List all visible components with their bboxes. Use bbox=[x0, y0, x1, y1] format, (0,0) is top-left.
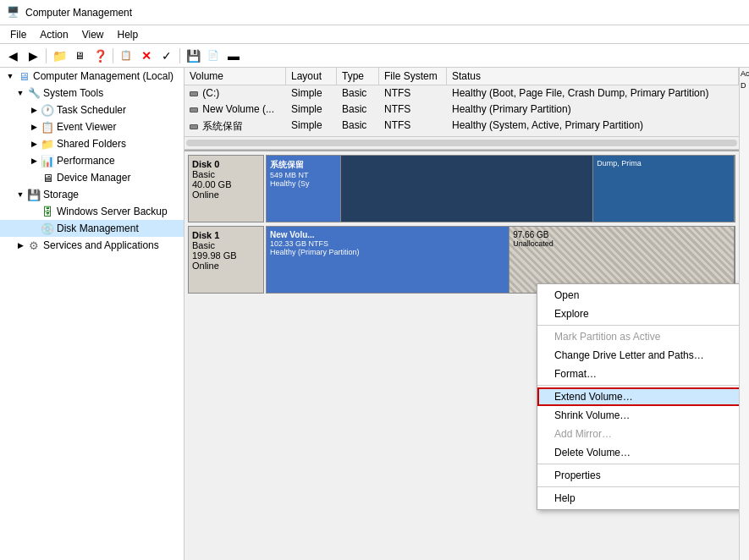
expand-system-tools[interactable]: ▼ bbox=[14, 86, 27, 100]
sidebar-item-services-label: Services and Applications bbox=[43, 239, 159, 251]
sidebar-item-system-tools-label: System Tools bbox=[43, 87, 103, 99]
disk-icon: 💿 bbox=[41, 222, 54, 235]
folder-icon: 📁 bbox=[41, 137, 54, 151]
tree-root-label: Computer Management (Local) bbox=[33, 70, 173, 82]
cell-fs-1: NTFS bbox=[379, 102, 447, 117]
table-body: (C:) Simple Basic NTFS Healthy (Boot, Pa… bbox=[184, 85, 739, 136]
col-volume[interactable]: Volume bbox=[184, 68, 286, 85]
menu-view[interactable]: View bbox=[75, 27, 111, 42]
expand-event[interactable]: ▶ bbox=[27, 120, 41, 134]
folder-button[interactable]: 📁 bbox=[50, 47, 69, 65]
expand-services[interactable]: ▶ bbox=[14, 239, 27, 252]
sidebar-item-backup-label: Windows Server Backup bbox=[57, 206, 168, 217]
sidebar-item-shared-folders[interactable]: ▶ 📁 Shared Folders bbox=[0, 135, 184, 152]
disk-1-name: Disk 1 bbox=[192, 230, 260, 240]
cell-fs-2: NTFS bbox=[379, 118, 447, 135]
sidebar-item-backup[interactable]: ▶ 🗄 Windows Server Backup bbox=[0, 203, 184, 220]
part-label-unalloc: 97.66 GB bbox=[513, 230, 730, 239]
sidebar-item-disk-label: Disk Management bbox=[57, 222, 139, 234]
menu-action[interactable]: Action bbox=[33, 27, 74, 42]
sidebar-item-system-tools[interactable]: ▼ 🔧 System Tools bbox=[0, 85, 184, 102]
drive-icon bbox=[190, 107, 198, 113]
col-layout[interactable]: Layout bbox=[286, 68, 337, 85]
ctx-explore[interactable]: Explore bbox=[537, 305, 739, 323]
disk-0-info: Disk 0 Basic 40.00 GB Online bbox=[188, 155, 264, 222]
cell-type-0: Basic bbox=[337, 85, 379, 101]
app-icon: 🖥️ bbox=[7, 6, 20, 19]
expand-perf[interactable]: ▶ bbox=[27, 154, 41, 167]
disk-row-0: Disk 0 Basic 40.00 GB Online 系统保留 549 MB… bbox=[188, 155, 735, 222]
sidebar-item-device-label: Device Manager bbox=[57, 172, 130, 184]
sidebar-item-services[interactable]: ▶ ⚙ Services and Applications bbox=[0, 237, 184, 254]
check-button[interactable]: ✓ bbox=[157, 47, 176, 65]
sidebar-item-performance[interactable]: ▶ 📊 Performance bbox=[0, 152, 184, 169]
expand-task[interactable]: ▶ bbox=[27, 103, 41, 117]
toolbar: ◀ ▶ 📁 🖥 ❓ 📋 ✕ ✓ 💾 📄 ▬ bbox=[0, 44, 749, 68]
part-label-2: Dump, Prima bbox=[597, 159, 730, 167]
disk-0-part-1[interactable] bbox=[341, 156, 593, 222]
help-button[interactable]: ❓ bbox=[91, 47, 109, 65]
tree-root[interactable]: ▼ 🖥 Computer Management (Local) bbox=[0, 68, 184, 85]
cell-status-1: Healthy (Primary Partition) bbox=[447, 102, 739, 117]
menu-file[interactable]: File bbox=[3, 27, 33, 42]
h-scrollbar[interactable] bbox=[184, 136, 739, 150]
storage-icon: 💾 bbox=[27, 188, 41, 201]
ctx-change-letter[interactable]: Change Drive Letter and Paths… bbox=[537, 346, 739, 365]
col-status[interactable]: Status bbox=[447, 68, 739, 85]
backup-icon: 🗄 bbox=[41, 205, 54, 218]
sidebar-item-shared-label: Shared Folders bbox=[57, 138, 126, 150]
sidebar-item-storage-label: Storage bbox=[43, 189, 79, 200]
device-icon: 🖥 bbox=[41, 171, 54, 184]
disk-0-part-0[interactable]: 系统保留 549 MB NT Healthy (Sy bbox=[267, 156, 341, 222]
expand-root[interactable]: ▼ bbox=[3, 69, 17, 83]
ctx-properties[interactable]: Properties bbox=[537, 466, 739, 485]
ctx-sep-3 bbox=[537, 464, 739, 464]
ctx-mark-active: Mark Partition as Active bbox=[537, 327, 739, 346]
main-layout: ▼ 🖥 Computer Management (Local) ▼ 🔧 Syst… bbox=[0, 68, 749, 560]
minimize-button[interactable]: ▬ bbox=[224, 47, 243, 65]
doc-button[interactable]: 📄 bbox=[204, 47, 223, 65]
disk-0-part-2[interactable]: Dump, Prima bbox=[593, 156, 735, 222]
table-row[interactable]: New Volume (... Simple Basic NTFS Health… bbox=[184, 102, 739, 118]
menu-help[interactable]: Help bbox=[111, 27, 146, 42]
delete-button[interactable]: ✕ bbox=[137, 47, 156, 65]
sidebar-item-event-label: Event Viewer bbox=[57, 121, 116, 133]
sidebar-item-device-manager[interactable]: ▶ 🖥 Device Manager bbox=[0, 169, 184, 186]
system-tools-icon: 🔧 bbox=[27, 86, 41, 100]
forward-button[interactable]: ▶ bbox=[24, 47, 42, 65]
table-row[interactable]: (C:) Simple Basic NTFS Healthy (Boot, Pa… bbox=[184, 85, 739, 102]
cell-layout-0: Simple bbox=[286, 85, 337, 101]
sidebar-item-task-scheduler[interactable]: ▶ 🕐 Task Scheduler bbox=[0, 102, 184, 118]
ctx-extend-volume[interactable]: Extend Volume… bbox=[537, 387, 739, 406]
table-row[interactable]: 系统保留 Simple Basic NTFS Healthy (System, … bbox=[184, 118, 739, 136]
menu-bar: File Action View Help bbox=[0, 25, 749, 44]
ctx-shrink-volume[interactable]: Shrink Volume… bbox=[537, 406, 739, 425]
ctx-help[interactable]: Help bbox=[537, 489, 739, 508]
cell-status-2: Healthy (System, Active, Primary Partiti… bbox=[447, 118, 739, 135]
cell-status-0: Healthy (Boot, Page File, Crash Dump, Pr… bbox=[447, 85, 739, 101]
expand-shared[interactable]: ▶ bbox=[27, 137, 41, 151]
sidebar-item-storage[interactable]: ▼ 💾 Storage bbox=[0, 186, 184, 203]
part-sub: 549 MB NT bbox=[270, 171, 337, 179]
ctx-format[interactable]: Format… bbox=[537, 365, 739, 383]
action-panel: Ac D bbox=[739, 68, 749, 560]
title-bar: 🖥️ Computer Management bbox=[0, 0, 749, 25]
cell-type-2: Basic bbox=[337, 118, 379, 135]
disk-0-type: Basic bbox=[192, 169, 260, 179]
col-filesystem[interactable]: File System bbox=[379, 68, 447, 85]
disk-1-part-0[interactable]: New Volu... 102.33 GB NTFS Healthy (Prim… bbox=[267, 227, 509, 293]
ctx-open[interactable]: Open bbox=[537, 286, 739, 305]
col-type[interactable]: Type bbox=[337, 68, 379, 85]
ctx-delete-volume[interactable]: Delete Volume… bbox=[537, 443, 739, 462]
save-button[interactable]: 💾 bbox=[184, 47, 202, 65]
sidebar-item-event-viewer[interactable]: ▶ 📋 Event Viewer bbox=[0, 118, 184, 135]
properties-button[interactable]: 📋 bbox=[117, 47, 135, 65]
computer-button[interactable]: 🖥 bbox=[70, 47, 89, 65]
ctx-sep-2 bbox=[537, 385, 739, 386]
back-button[interactable]: ◀ bbox=[3, 47, 22, 65]
drive-icon bbox=[190, 124, 198, 129]
sidebar-item-disk-management[interactable]: ▶ 💿 Disk Management bbox=[0, 220, 184, 237]
disk-1-status: Online bbox=[192, 261, 260, 271]
cell-type-1: Basic bbox=[337, 102, 379, 117]
expand-storage[interactable]: ▼ bbox=[14, 188, 27, 201]
